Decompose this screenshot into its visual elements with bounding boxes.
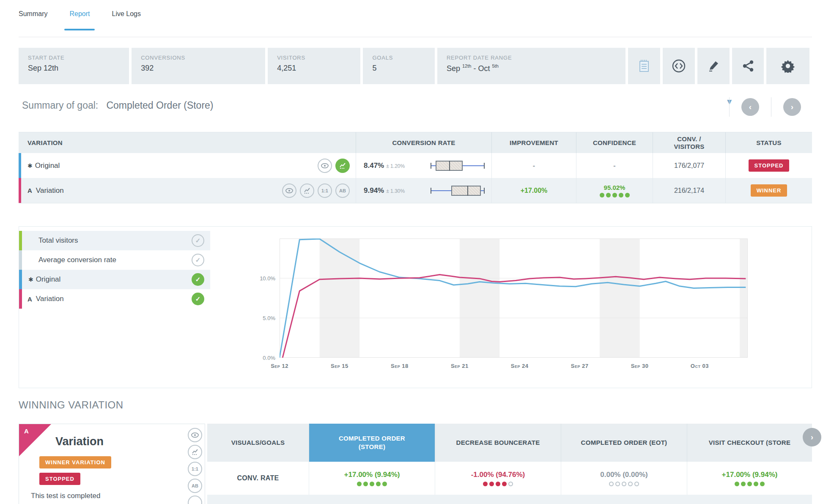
legend-item-original[interactable]: ✱ Original	[19, 270, 210, 289]
col-visuals-goals: VISUALS/GOALS	[207, 424, 309, 462]
next-goal-button[interactable]: ›	[783, 98, 801, 116]
check-icon[interactable]	[192, 254, 204, 266]
check-icon[interactable]	[192, 293, 204, 305]
dot	[496, 482, 500, 486]
confidence-cell: 95.02%	[576, 178, 653, 203]
col-goal-visit-checkout-store[interactable]: VISIT CHECKOUT (STORE	[687, 424, 812, 462]
legend-item-total-visitors[interactable]: Total visitors	[19, 231, 210, 250]
legend-stripe	[19, 270, 22, 289]
row-color-stripe	[19, 153, 21, 178]
control-flower-icon: ✱	[27, 162, 33, 169]
rate-margin: ± 1.20%	[386, 163, 405, 169]
dot	[760, 482, 765, 486]
stat-value: 392	[141, 64, 265, 73]
graph-toggle-icon[interactable]	[300, 184, 314, 198]
col-goal-completed-order-eot[interactable]: COMPLETED ORDER (EOT)	[561, 424, 687, 462]
chart-legend: Total visitors Average conversion rate ✱…	[19, 231, 210, 309]
col-status: STATUS	[725, 132, 812, 153]
tab-report[interactable]: Report	[69, 10, 90, 30]
dot	[615, 482, 620, 486]
top-tabs: Summary Report Live Logs	[19, 10, 141, 30]
goal-summary-row: Summary of goal: Completed Order (Store)…	[19, 94, 812, 120]
stat-value: 4,251	[277, 64, 360, 73]
share-button[interactable]	[732, 48, 764, 84]
col-conv-visitors: CONV. /VISITORS	[653, 132, 725, 153]
dot	[489, 482, 494, 486]
goal-summary-value: Completed Order (Store)	[106, 100, 213, 111]
goal-cell-visit-checkout-store: +17.00% (9.94%)	[687, 462, 812, 495]
variation-letter: A	[24, 427, 29, 435]
check-icon[interactable]	[192, 273, 204, 286]
dot	[357, 482, 362, 486]
rate-value: 8.47%	[364, 162, 384, 170]
dot	[625, 193, 630, 197]
stat-value: Sep 12th	[28, 64, 129, 73]
variation-name-cell: ✱ Original	[19, 153, 356, 178]
x-axis-tick: Sep 24	[511, 363, 529, 369]
winning-variation-heading: WINNING VARIATION	[19, 399, 123, 411]
divider	[729, 97, 730, 117]
scroll-goals-right-button[interactable]: ›	[803, 428, 821, 446]
variation-letter: A	[27, 296, 32, 303]
row-label: CONV. RATE	[207, 462, 309, 495]
confidence-value: 95.02%	[604, 184, 625, 191]
legend-stripe	[19, 289, 22, 309]
col-goal-decrease-bouncerate[interactable]: DECREASE BOUNCERATE	[435, 424, 561, 462]
one-to-one-icon[interactable]: 1:1	[318, 184, 332, 198]
legend-label: Total visitors	[38, 236, 78, 245]
next-row-partial	[207, 495, 812, 504]
stat-label: START DATE	[28, 55, 129, 61]
variation-actions-toolbar: 1:1 AB	[188, 428, 202, 504]
one-to-one-icon[interactable]: 1:1	[188, 462, 202, 476]
table-row-original: ✱ Original 8.47% ± 1.20% - - 176/2,077 S…	[19, 153, 812, 178]
variation-name: Variation	[36, 186, 64, 195]
x-axis-tick: Sep 21	[451, 363, 469, 369]
legend-item-average-conversion-rate[interactable]: Average conversion rate	[19, 250, 210, 270]
conv-rate-row: CONV. RATE +17.00% (9.94%) -1.00% (94.76…	[207, 462, 812, 495]
rate-margin: ± 1.30%	[386, 188, 405, 194]
conversion-rate-cell: 8.47% ± 1.20%	[356, 153, 491, 178]
legend-label: A Variation	[38, 295, 64, 303]
row-color-stripe	[19, 178, 21, 203]
more-action-icon[interactable]	[188, 496, 202, 504]
significance-dots	[357, 482, 387, 486]
confidence-dots	[600, 193, 630, 197]
conv-visitors-value: 216/2,174	[653, 178, 725, 203]
legend-stripe	[19, 250, 22, 270]
eye-icon[interactable]	[188, 428, 202, 442]
dot	[754, 482, 758, 486]
dot	[612, 193, 617, 197]
prev-goal-button[interactable]: ‹	[741, 98, 759, 116]
ab-compare-icon[interactable]: AB	[335, 184, 350, 198]
edit-button[interactable]	[697, 48, 730, 84]
graph-icon[interactable]	[188, 445, 202, 459]
variation-table: VARIATION CONVERSION RATE IMPROVEMENT CO…	[19, 132, 812, 203]
report-log-icon	[639, 60, 650, 72]
stats-bar: START DATE Sep 12th CONVERSIONS 392 VISI…	[19, 48, 812, 84]
report-log-button[interactable]	[628, 48, 660, 84]
ab-compare-icon[interactable]: AB	[188, 479, 202, 493]
chart-panel: Total visitors Average conversion rate ✱…	[19, 226, 812, 388]
col-goal-completed-order-store[interactable]: COMPLETED ORDER(STORE)	[309, 424, 435, 462]
stat-value: 5	[372, 64, 434, 73]
settings-button[interactable]	[766, 48, 809, 84]
variation-letter: A	[27, 187, 32, 194]
eye-icon[interactable]	[282, 184, 296, 198]
legend-stripe	[19, 231, 22, 250]
tab-summary[interactable]: Summary	[19, 10, 47, 30]
graph-toggle-icon[interactable]	[335, 159, 350, 173]
dot	[376, 482, 381, 486]
test-completed-note: This test is completed	[31, 492, 100, 500]
tab-live-logs[interactable]: Live Logs	[112, 10, 141, 30]
code-view-button[interactable]	[663, 48, 695, 84]
check-icon[interactable]	[192, 234, 204, 247]
x-axis-tick: Sep 12	[271, 363, 288, 369]
stat-start-date: START DATE Sep 12th	[19, 48, 129, 84]
stat-label: GOALS	[372, 55, 434, 61]
status-badge: WINNER	[751, 184, 787, 197]
legend-item-variation[interactable]: A Variation	[19, 289, 210, 309]
boxplot	[431, 159, 485, 173]
goal-cell-completed-order-store: +17.00% (9.94%)	[309, 462, 435, 495]
eye-icon[interactable]	[318, 159, 332, 173]
significance-dots	[483, 482, 513, 486]
